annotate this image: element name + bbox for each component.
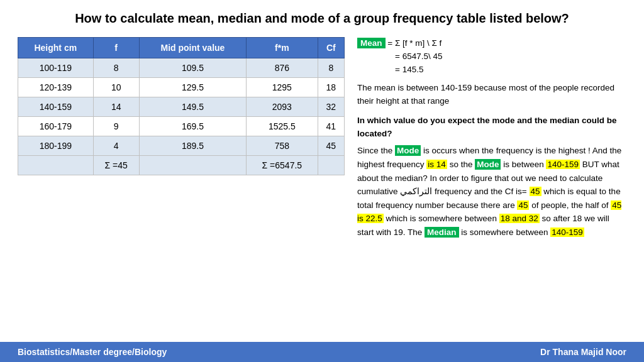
explanation-part9: is somewhere between [461, 228, 550, 237]
table-row: 180-1994189.575845 [18, 136, 345, 156]
cell-midpoint: 129.5 [139, 78, 246, 97]
formula-line2: = 6547.5\ 45 [395, 50, 626, 63]
explanation-intro: Since the [357, 146, 392, 155]
cell-fm: 2093 [247, 97, 318, 117]
col-header-fm: f*m [247, 38, 318, 58]
cell-f: 10 [93, 78, 139, 97]
cell-fm: 1295 [247, 78, 318, 97]
cell-height: 180-199 [18, 136, 94, 156]
cell-f: 14 [93, 97, 139, 117]
frequency-table: Height cm f Mid point value f*m Cf 100-1… [18, 37, 345, 175]
hl-140-159-2: 140-159 [550, 228, 584, 237]
explanation-part7: which is somewhere between [386, 214, 499, 223]
table-section: Height cm f Mid point value f*m Cf 100-1… [18, 37, 345, 239]
hl-45-2: 45 [517, 200, 529, 210]
cell-height: 120-139 [18, 78, 94, 97]
median-highlight: Median [425, 227, 459, 238]
cell-cf: 45 [318, 136, 344, 156]
col-header-f: f [93, 38, 139, 58]
explanation: Since the Mode is occurs when the freque… [357, 144, 626, 239]
hl-45-1: 45 [530, 187, 541, 196]
table-row: 140-15914149.5209332 [18, 97, 345, 117]
cell-f: 4 [93, 136, 139, 156]
formula-line3: = 145.5 [395, 63, 626, 77]
col-header-cf: Cf [318, 38, 344, 58]
mode-median-question: In which value do you expect the mode an… [357, 114, 626, 141]
cell-fm: 876 [247, 58, 318, 78]
cell-cf: 41 [318, 117, 344, 136]
cell-fm: 1525.5 [247, 117, 318, 136]
cell-height: 100-119 [18, 58, 94, 78]
cell-midpoint: 189.5 [139, 136, 246, 156]
mode-highlight-2: Mode [475, 159, 501, 170]
content-area: Height cm f Mid point value f*m Cf 100-1… [18, 37, 626, 239]
sigma-row: Σ =45Σ =6547.5 [18, 156, 345, 175]
footer-left: Biostatistics/Master degree/Biology [18, 347, 167, 357]
mean-label: Mean [357, 38, 386, 48]
main-container: How to calculate mean, median and mode o… [0, 0, 644, 239]
table-row: 120-13910129.5129518 [18, 78, 345, 97]
mode-highlight-1: Mode [395, 145, 421, 156]
footer: Biostatistics/Master degree/Biology Dr T… [0, 342, 644, 362]
cell-cf: 18 [318, 78, 344, 97]
footer-right: Dr Thana Majid Noor [540, 347, 626, 357]
cell-height: 140-159 [18, 97, 94, 117]
explanation-part6: of people, the half of [531, 200, 611, 210]
info-section: Mean = Σ [f * m] \ Σ f = 6547.5\ 45 = 14… [357, 37, 626, 239]
cell-midpoint: 169.5 [139, 117, 246, 136]
explanation-part3: is between [503, 160, 546, 169]
hl-140-159-1: 140-159 [546, 160, 580, 169]
cell-midpoint: 109.5 [139, 58, 246, 78]
cell-fm: 758 [247, 136, 318, 156]
hl-18-and-32: 18 and 32 [499, 214, 540, 223]
table-row: 160-1799169.51525.541 [18, 117, 345, 136]
is14-highlight: is 14 [426, 160, 447, 169]
formula-line1: = Σ [f * m] \ Σ f [387, 38, 441, 48]
cell-f: 9 [93, 117, 139, 136]
formula-lines: = 6547.5\ 45 = 145.5 [395, 50, 626, 77]
page-title: How to calculate mean, median and mode o… [18, 11, 626, 26]
cell-f: 8 [93, 58, 139, 78]
col-header-midpoint: Mid point value [139, 38, 246, 58]
col-header-height: Height cm [18, 38, 94, 58]
cell-height: 160-179 [18, 117, 94, 136]
cell-cf: 8 [318, 58, 344, 78]
explanation-part2: so the [450, 160, 475, 169]
table-row: 100-1198109.58768 [18, 58, 345, 78]
cell-cf: 32 [318, 97, 344, 117]
cell-midpoint: 149.5 [139, 97, 246, 117]
mean-formula: Mean = Σ [f * m] \ Σ f = 6547.5\ 45 = 14… [357, 37, 626, 77]
mean-description: The mean is between 140-159 because most… [357, 82, 626, 108]
